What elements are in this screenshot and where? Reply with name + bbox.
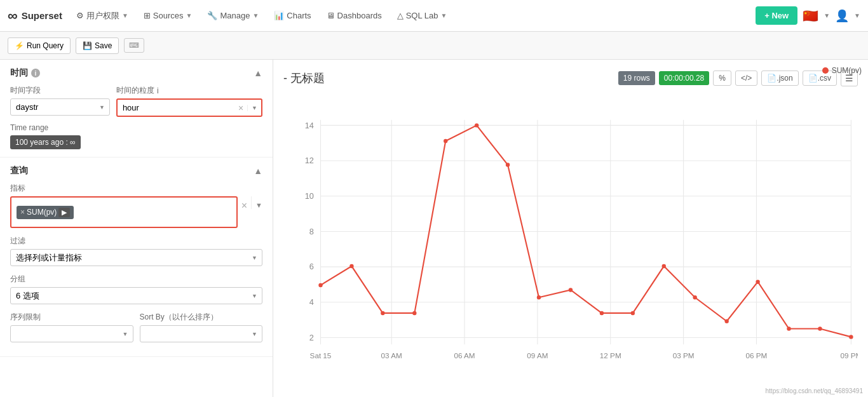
json-button[interactable]: 📄.json [761, 71, 798, 86]
svg-text:Sat 15: Sat 15 [310, 351, 332, 360]
run-query-label: Run Query [27, 41, 64, 50]
data-point [444, 139, 447, 143]
query-collapse-icon[interactable]: ▲ [254, 166, 262, 176]
time-title-text: 时间 [10, 67, 28, 79]
svg-text:03 PM: 03 PM [673, 351, 695, 360]
data-point [818, 326, 822, 330]
language-flag-icon[interactable]: 🇨🇳 [803, 8, 818, 24]
chart-legend: SUM(pv) [822, 66, 862, 75]
metrics-clear-icon[interactable]: × [241, 196, 247, 212]
row-limit-group: 序列限制 [10, 312, 133, 342]
filter-label: 过滤 [10, 236, 262, 246]
nav-sources[interactable]: ⊞ Sources ▼ [137, 7, 199, 24]
nav-charts-label: Charts [287, 11, 311, 20]
svg-text:10: 10 [305, 191, 314, 201]
time-badge: 00:00:00.28 [659, 71, 709, 85]
group-select[interactable]: 6 选项 [10, 287, 262, 304]
user-avatar-icon[interactable]: 👤 [835, 9, 849, 23]
svg-text:09 PM: 09 PM [840, 351, 858, 360]
info-icon: i [31, 69, 40, 77]
time-granularity-select-wrapper: × ▼ [116, 98, 262, 117]
row-limit-wrapper [10, 325, 133, 342]
time-field-select[interactable]: daystr [10, 98, 110, 116]
new-button[interactable]: + New [756, 6, 797, 25]
manage-icon: 🔧 [207, 11, 217, 20]
query-section-title: 查询 [10, 165, 28, 177]
query-section: 查询 ▲ 指标 × SUM(pv) ▶ × ▼ [0, 158, 273, 357]
nav-sqllab[interactable]: △ SQL Lab ▼ [391, 7, 454, 24]
url-hint: https://blog.csdn.net/qq_46893491 [766, 387, 863, 394]
run-query-button[interactable]: ⚡ Run Query [8, 37, 71, 54]
metric-play-button[interactable]: ▶ [58, 208, 70, 217]
chart-svg: 2 4 6 8 10 12 14 Sat 15 03 AM 06 AM [283, 93, 858, 372]
metric-remove-icon[interactable]: × [20, 208, 25, 217]
metrics-label: 指标 [10, 183, 262, 194]
data-point [724, 320, 728, 323]
svg-text:12: 12 [305, 156, 314, 165]
user-perms-icon: ⚙ [76, 11, 84, 20]
legend-color-dot [822, 67, 829, 74]
data-point [631, 311, 635, 315]
svg-text:8: 8 [309, 227, 314, 236]
filter-select[interactable]: 选择列或计量指标 [10, 249, 262, 266]
toolbar: ⚡ Run Query 💾 Save ⌨ [0, 32, 868, 60]
svg-text:03 AM: 03 AM [381, 351, 402, 360]
svg-text:14: 14 [305, 121, 314, 130]
sort-by-wrapper [140, 325, 263, 342]
flag-caret[interactable]: ▼ [824, 12, 830, 19]
save-label: Save [95, 41, 112, 50]
time-field-group: 时间字段 daystr [10, 85, 110, 116]
right-panel: - 无标题 19 rows 00:00:00.28 % </> 📄.json 📄… [273, 60, 868, 397]
data-point [787, 326, 790, 330]
chevron-down-icon: ▼ [441, 12, 447, 19]
metrics-row: × SUM(pv) ▶ × ▼ [10, 196, 262, 228]
nav-dashboards[interactable]: 🖥 Dashboards [320, 7, 388, 24]
time-range-badge[interactable]: 100 years ago : ∞ [10, 135, 81, 149]
row-limit-select[interactable] [10, 325, 133, 342]
time-granularity-input[interactable] [118, 100, 234, 116]
sqllab-icon: △ [397, 11, 403, 20]
granularity-arrow-icon[interactable]: ▼ [247, 105, 261, 111]
user-caret[interactable]: ▼ [854, 12, 860, 19]
nav-user-perms[interactable]: ⚙ 用户权限 ▼ [70, 6, 135, 25]
main-layout: 时间 i ▲ 时间字段 daystr 时间的粒度 [0, 60, 868, 397]
svg-text:09 AM: 09 AM [527, 351, 548, 360]
legend-label: SUM(pv) [832, 66, 862, 75]
filter-group: 过滤 选择列或计量指标 [10, 236, 262, 266]
save-button[interactable]: 💾 Save [76, 37, 119, 54]
metric-tag-sum-pv: × SUM(pv) ▶ [17, 206, 74, 219]
metric-label: SUM(pv) [27, 208, 57, 217]
rows-badge: 19 rows [618, 71, 655, 85]
nav-manage[interactable]: 🔧 Manage ▼ [201, 7, 265, 24]
time-section: 时间 i ▲ 时间字段 daystr 时间的粒度 [0, 60, 273, 158]
brand-icon: ∞ [8, 8, 18, 24]
sources-icon: ⊞ [144, 11, 151, 20]
time-field-label: 时间字段 [10, 85, 110, 96]
brand-name: Superset [22, 10, 62, 21]
data-point [412, 311, 416, 315]
svg-text:6: 6 [309, 262, 314, 271]
query-title-text: 查询 [10, 165, 28, 177]
charts-icon: 📊 [274, 11, 284, 20]
sort-by-group: Sort By（以什么排序） [140, 312, 263, 342]
time-range-group: Time range 100 years ago : ∞ [10, 123, 262, 149]
code-button[interactable]: </> [735, 71, 757, 86]
data-point [600, 311, 604, 315]
navbar-right: + New 🇨🇳 ▼ 👤 ▼ [756, 6, 860, 25]
data-point [318, 283, 322, 287]
collapse-icon[interactable]: ▲ [254, 68, 262, 78]
chart-area: 2 4 6 8 10 12 14 Sat 15 03 AM 06 AM [283, 93, 858, 372]
granularity-label-text: 时间的粒度 [116, 85, 154, 96]
metrics-arrow-icon[interactable]: ▼ [251, 196, 262, 209]
percent-button[interactable]: % [713, 71, 731, 86]
data-point [693, 295, 696, 299]
svg-text:06 PM: 06 PM [746, 351, 768, 360]
granularity-clear-button[interactable]: × [234, 103, 247, 113]
nav-charts[interactable]: 📊 Charts [268, 7, 317, 24]
query-section-header: 查询 ▲ [10, 165, 262, 177]
sort-by-select[interactable] [140, 325, 263, 342]
time-field-select-wrapper: daystr [10, 98, 110, 116]
metrics-group: 指标 × SUM(pv) ▶ × ▼ [10, 183, 262, 228]
time-section-header: 时间 i ▲ [10, 67, 262, 79]
brand-logo[interactable]: ∞ Superset [8, 8, 62, 24]
